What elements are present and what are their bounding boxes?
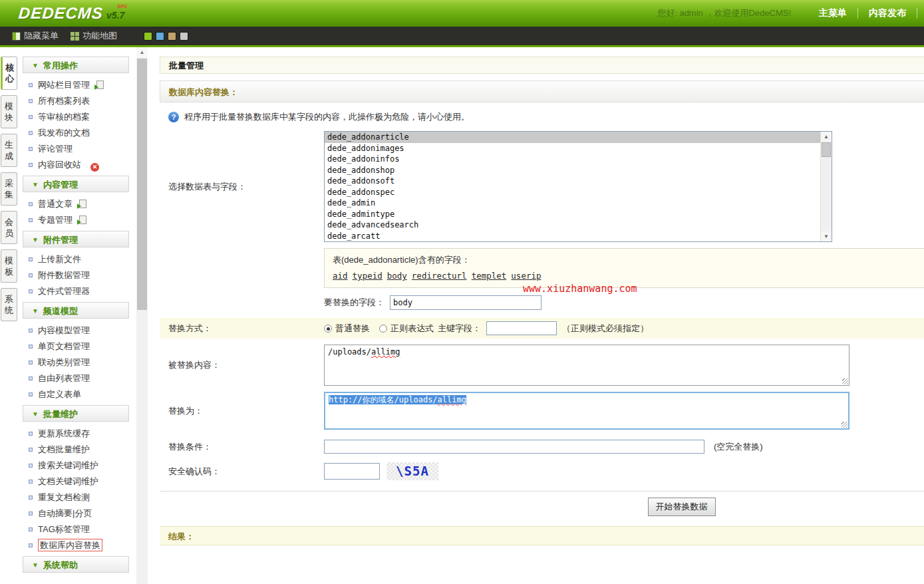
sidebar-item[interactable]: 我发布的文档	[22, 125, 130, 141]
sidebar-item[interactable]: TAG标签管理	[22, 521, 130, 537]
field-link[interactable]: aid	[333, 271, 348, 281]
bullet-icon	[29, 376, 33, 380]
field-link[interactable]: userip	[511, 271, 541, 281]
search-textarea[interactable]: /uploads/allimg	[324, 345, 849, 386]
radio-normal-label[interactable]: 普通替换	[335, 323, 370, 335]
sidebar-section-header[interactable]: ▼系统帮助	[23, 556, 129, 573]
listbox-option[interactable]: dede_addonimages	[325, 143, 820, 154]
start-replace-button[interactable]: 开始替换数据	[648, 498, 716, 516]
scrollbar-thumb[interactable]	[137, 59, 147, 310]
theme-swatch[interactable]	[180, 32, 188, 41]
theme-swatch[interactable]	[168, 32, 176, 41]
sidebar-item[interactable]: 专题管理	[22, 212, 130, 228]
sidebar-item[interactable]: 内容模型管理	[22, 323, 130, 339]
scroll-up-arrow-icon[interactable]: ▲	[136, 47, 148, 58]
bullet-icon	[29, 392, 33, 396]
listbox-option[interactable]: dede_addonshop	[325, 165, 820, 176]
sidebar-item[interactable]: 附件数据管理	[22, 267, 130, 283]
scroll-down-arrow-icon[interactable]: ▼	[821, 231, 832, 241]
listbox-option[interactable]: dede_addoninfos	[325, 154, 820, 165]
resize-grip-icon[interactable]	[842, 422, 847, 428]
field-link[interactable]: body	[387, 271, 407, 281]
sidebar-section-header[interactable]: ▼内容管理	[23, 176, 129, 192]
sidebar-item[interactable]: 等审核的档案	[22, 109, 130, 125]
listbox-option[interactable]: dede_arcatt	[325, 231, 820, 242]
listbox-option[interactable]: dede_advancedsearch	[325, 219, 820, 231]
scrollbar-thumb[interactable]	[822, 142, 831, 157]
bullet-icon	[29, 99, 33, 103]
sidebar-item-label: 文件式管理器	[38, 286, 90, 296]
sidebar-item[interactable]: 上传新文件	[22, 251, 130, 267]
field-input[interactable]	[390, 295, 541, 310]
sidebar-item-label: 重复文档检测	[38, 492, 90, 502]
sidebar-item[interactable]: 数据库内容替换	[22, 537, 130, 553]
hide-menu-button[interactable]: 隐藏菜单	[12, 30, 59, 42]
module-tab[interactable]: 系统	[1, 288, 17, 321]
sidebar-item[interactable]: 联动类别管理	[22, 355, 130, 370]
module-tab[interactable]: 采集	[1, 172, 17, 206]
sidebar-scrollbar[interactable]: ▲	[136, 47, 148, 584]
bullet-icon	[29, 345, 33, 349]
section-title-label: 批量维护	[43, 409, 78, 419]
field-link[interactable]: redirecturl	[412, 271, 467, 281]
sidebar-section-header[interactable]: ▼常用操作	[23, 57, 129, 73]
sidebar-item[interactable]: 文件式管理器	[22, 283, 130, 299]
warning-text: 程序用于批量替换数据库中某字段的内容，此操作极为危险，请小心使用。	[184, 111, 470, 123]
sidebar-item[interactable]: 自由列表管理	[22, 370, 130, 386]
table-listbox[interactable]: dede_addonarticledede_addonimagesdede_ad…	[324, 131, 832, 242]
condition-input[interactable]	[324, 440, 704, 454]
radio-normal-replace[interactable]	[324, 325, 332, 333]
listbox-option[interactable]: dede_admin	[325, 198, 820, 209]
sidebar-item[interactable]: 文档关键词维护	[22, 474, 130, 490]
module-tab[interactable]: 生成	[1, 134, 17, 167]
sidebar-item[interactable]: 所有档案列表	[22, 93, 130, 109]
sidebar-item[interactable]: 更新系统缓存	[22, 426, 130, 442]
sidebar-section-header[interactable]: ▼附件管理	[23, 231, 129, 247]
captcha-label: 安全确认码：	[160, 466, 324, 478]
sidebar-item[interactable]: 评论管理	[22, 141, 130, 157]
module-tab[interactable]: 模块	[1, 95, 17, 128]
table-fields-box: 表(dede_addonarticle)含有的字段： aidtypeidbody…	[324, 248, 924, 288]
listbox-option[interactable]: dede_addonsoft	[325, 176, 820, 187]
radio-regex-label[interactable]: 正则表达式	[390, 323, 434, 335]
header-link[interactable]: 主菜单	[808, 7, 857, 19]
radio-regex[interactable]	[379, 325, 387, 333]
field-links: aidtypeidbodyredirecturltempletuserip	[333, 271, 921, 281]
sidebar-item[interactable]: 文档批量维护	[22, 442, 130, 458]
bullet-icon	[29, 83, 33, 87]
sidebar-item[interactable]: 内容回收站✕	[22, 157, 130, 173]
function-map-button[interactable]: 功能地图	[71, 30, 117, 42]
sidebar-item-label: 上传新文件	[38, 254, 81, 264]
header-link[interactable]: 内容发布	[858, 7, 917, 19]
resize-grip-icon[interactable]	[842, 378, 848, 384]
listbox-option[interactable]: dede_addonarticle	[325, 132, 820, 143]
captcha-input[interactable]	[324, 463, 380, 480]
sidebar-item[interactable]: 普通文章	[22, 196, 130, 212]
sidebar-item-label: 更新系统缓存	[38, 428, 90, 438]
sidebar-item[interactable]: 网站栏目管理	[22, 77, 130, 93]
scroll-up-arrow-icon[interactable]: ▲	[821, 132, 832, 142]
field-link[interactable]: typeid	[353, 271, 383, 281]
search-value: /uploads/	[328, 347, 371, 357]
listbox-option[interactable]: dede_addonspec	[325, 187, 820, 198]
key-field-input[interactable]	[486, 321, 557, 335]
captcha-image[interactable]: \S5A	[386, 462, 438, 480]
sidebar-section-header[interactable]: ▼频道模型	[23, 302, 129, 319]
replace-textarea[interactable]: http://你的域名/uploads/allimg	[324, 392, 849, 430]
sidebar-item[interactable]: 重复文档检测	[22, 490, 130, 506]
module-tab[interactable]: 核心	[1, 57, 17, 90]
listbox-scrollbar[interactable]: ▲ ▼	[820, 132, 832, 241]
theme-swatch[interactable]	[144, 32, 152, 41]
app-header: DEDECMS v5.7 SP2 您好: admin ，欢迎使用DedeCMS!…	[0, 0, 924, 27]
field-link[interactable]: templet	[472, 271, 507, 281]
sidebar-section-header[interactable]: ▼批量维护	[23, 405, 129, 422]
listbox-option[interactable]: dede_admintype	[325, 209, 820, 220]
sidebar-item[interactable]: 自动摘要|分页	[22, 506, 130, 521]
theme-swatch[interactable]	[156, 32, 164, 41]
sidebar-item[interactable]: 单页文档管理	[22, 339, 130, 355]
sidebar-item[interactable]: 搜索关键词维护	[22, 458, 130, 474]
module-tab[interactable]: 会员	[1, 211, 17, 244]
sidebar-item[interactable]: 自定义表单	[22, 386, 130, 402]
warning-row: ? 程序用于批量替换数据库中某字段的内容，此操作极为危险，请小心使用。	[160, 102, 924, 131]
module-tab[interactable]: 模板	[1, 249, 17, 283]
